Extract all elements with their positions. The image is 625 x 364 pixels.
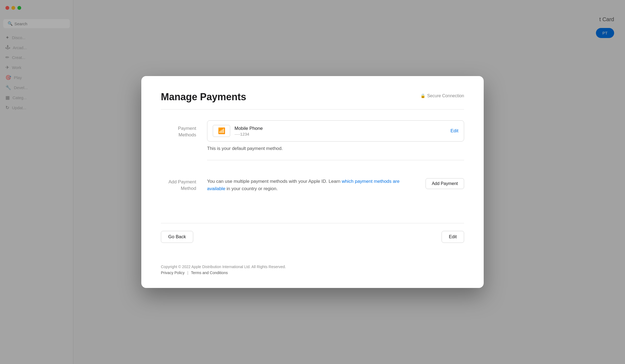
copyright-section: Copyright © 2022 Apple Distribution Inte… [161,259,464,275]
modal-footer: Go Back Edit [161,231,464,243]
add-payment-description: You can use multiple payment methods wit… [207,179,342,184]
modal-header: Manage Payments 🔒 Secure Connection [161,91,464,109]
mobile-phone-icon-box: 📶 [213,125,230,137]
copyright-text: Copyright © 2022 Apple Distribution Inte… [161,265,464,269]
terms-and-conditions-link[interactable]: Terms and Conditions [191,271,228,275]
manage-payments-modal: Manage Payments 🔒 Secure Connection Paym… [141,76,484,288]
legal-links: Privacy Policy | Terms and Conditions [161,271,464,275]
payment-methods-section: PaymentMethods 📶 Mobile Phone ·····1234 … [161,120,464,169]
payment-methods-label: PaymentMethods [161,120,196,169]
payment-info: Mobile Phone ·····1234 [235,126,446,136]
lock-icon: 🔒 [420,93,426,98]
add-payment-description-2: in your country or region. [225,186,278,191]
add-payment-section: Add PaymentMethod You can use multiple p… [161,178,464,192]
payment-number: ·····1234 [235,132,446,136]
add-payment-label: Add PaymentMethod [161,178,196,192]
default-payment-text: This is your default payment method. [207,146,464,160]
mobile-payment-icon: 📶 [218,127,225,134]
go-back-button[interactable]: Go Back [161,231,193,243]
footer-divider [161,223,464,223]
add-payment-button[interactable]: Add Payment [426,178,464,189]
secure-connection: 🔒 Secure Connection [420,93,464,98]
modal-overlay: Manage Payments 🔒 Secure Connection Paym… [0,0,625,364]
footer-edit-button[interactable]: Edit [442,231,464,243]
modal-title: Manage Payments [161,91,246,103]
payment-name: Mobile Phone [235,126,446,131]
add-payment-content: You can use multiple payment methods wit… [207,178,412,192]
legal-divider: | [187,271,188,275]
payment-edit-link[interactable]: Edit [451,128,458,134]
secure-connection-label: Secure Connection [427,93,464,98]
payment-methods-content: 📶 Mobile Phone ·····1234 Edit This is yo… [207,120,464,169]
privacy-policy-link[interactable]: Privacy Policy [161,271,185,275]
add-payment-row: You can use multiple payment methods wit… [207,178,464,192]
payment-method-card: 📶 Mobile Phone ·····1234 Edit [207,120,464,142]
